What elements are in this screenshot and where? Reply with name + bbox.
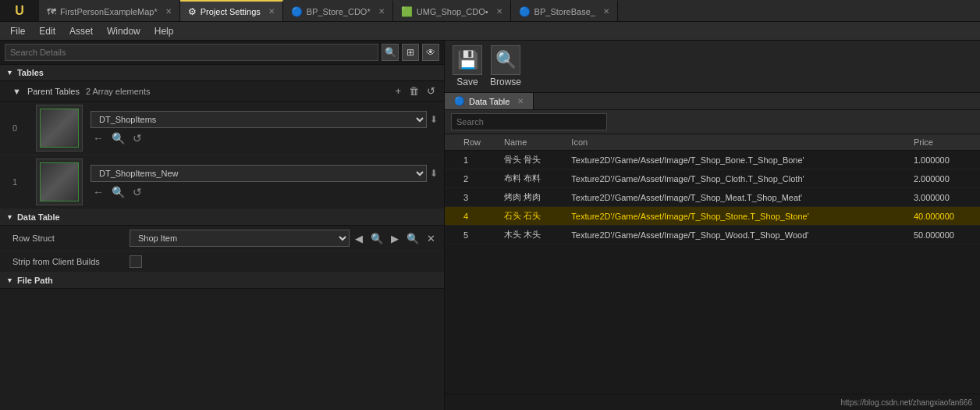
entry-1-index: 1 — [12, 177, 28, 187]
tab-settings-close[interactable]: ✕ — [268, 7, 275, 16]
row-marker — [445, 226, 457, 244]
table-row[interactable]: 1 骨头 骨头 Texture2D'/Game/Asset/Image/T_Sh… — [445, 151, 980, 169]
tab-bp-store2[interactable]: 🔵 BP_StoreBase_ ✕ — [511, 0, 618, 21]
entry-1-dropdown[interactable]: DT_ShopItems_New — [91, 165, 427, 182]
table-row[interactable]: 4 石头 石头 Texture2D'/Game/Asset/Image/T_Sh… — [445, 207, 980, 226]
bottom-link: https://blog.csdn.net/zhangxiaofan666 — [841, 398, 972, 407]
menu-edit[interactable]: Edit — [33, 24, 62, 38]
file-path-section-header[interactable]: ▼ File Path — [0, 273, 444, 289]
col-price[interactable]: Price — [907, 134, 980, 151]
tab-umg-shop[interactable]: 🟩 UMG_Shop_CDO• ✕ — [393, 0, 511, 21]
row-row-name: 布料 布料 — [498, 169, 565, 188]
browse-toolbar-button[interactable]: 🔍 Browse — [490, 45, 521, 87]
strip-label: Strip from Client Builds — [12, 257, 122, 266]
dt-tab-main[interactable]: 🔵 Data Table ✕ — [445, 93, 534, 109]
dt-search-input[interactable] — [451, 113, 607, 130]
entry-1-dropdown-icon: ⬇ — [430, 168, 438, 179]
tab-umg-shop-label: UMG_Shop_CDO• — [417, 7, 488, 16]
entry-0-index: 0 — [12, 123, 28, 133]
row-struct-clear[interactable]: ✕ — [424, 232, 438, 245]
menu-window[interactable]: Window — [101, 24, 147, 38]
tab-umg-shop-close[interactable]: ✕ — [496, 7, 502, 16]
entry-0-select-row: DT_ShopItems ⬇ — [91, 111, 438, 128]
col-icon[interactable]: Icon — [565, 134, 907, 151]
entry-0-thumbnail — [36, 105, 83, 152]
bottom-bar: https://blog.csdn.net/zhangxiaofan666 — [445, 394, 980, 410]
bp-store2-icon: 🔵 — [519, 6, 531, 17]
tables-section-header[interactable]: ▼ Tables — [0, 65, 444, 81]
reset-entry-button[interactable]: ↺ — [424, 84, 438, 98]
tab-bp-store[interactable]: 🔵 BP_Store_CDO* ✕ — [283, 0, 393, 21]
view-settings-button[interactable]: 👁 — [422, 44, 439, 61]
file-path-collapse-arrow: ▼ — [6, 276, 13, 284]
tables-section-label: Tables — [17, 68, 44, 77]
tab-bp-store2-close[interactable]: ✕ — [603, 7, 609, 16]
dt-search-bar — [445, 110, 980, 134]
col-row[interactable]: Row — [457, 134, 498, 151]
row-row-name: 石头 石头 — [498, 207, 565, 226]
tables-section: ▼ Tables ▼ Parent Tables 2 Array element… — [0, 65, 444, 209]
browse-icon: 🔍 — [491, 45, 520, 75]
parent-tables-label: Parent Tables — [27, 87, 80, 96]
delete-entry-button[interactable]: 🗑 — [407, 84, 421, 98]
save-label: Save — [456, 77, 478, 87]
dt-tab-close[interactable]: ✕ — [517, 97, 524, 105]
entry-0-back-button[interactable]: ← — [91, 131, 106, 145]
ue-logo: U — [0, 0, 39, 21]
bp-store-icon: 🔵 — [291, 6, 303, 17]
map-icon: 🗺 — [47, 6, 56, 17]
row-icon: Texture2D'/Game/Asset/Image/T_Shop_Meat.… — [565, 188, 907, 207]
tab-bp-store2-label: BP_StoreBase_ — [534, 7, 595, 16]
entry-1-reset-button[interactable]: ↺ — [130, 185, 144, 199]
row-struct-nav-back[interactable]: ◀ — [353, 232, 365, 245]
row-struct-dropdown[interactable]: Shop Item — [130, 230, 350, 247]
search-button[interactable]: 🔍 — [382, 44, 399, 61]
row-price: 40.000000 — [907, 207, 980, 226]
strip-property: Strip from Client Builds — [0, 251, 444, 273]
data-table-section-header[interactable]: ▼ Data Table — [0, 209, 444, 226]
file-path-section-label: File Path — [17, 276, 53, 285]
entry-1-thumb-inner — [40, 162, 79, 201]
row-struct-search[interactable]: 🔍 — [368, 232, 385, 245]
tab-map[interactable]: 🗺 FirstPersonExampleMap* ✕ — [39, 0, 180, 21]
right-toolbar: 💾 Save 🔍 Browse — [445, 41, 980, 93]
entry-1-search-button[interactable]: 🔍 — [109, 185, 127, 199]
row-price: 3.000000 — [907, 188, 980, 207]
search-input[interactable] — [5, 44, 378, 61]
entry-0-dropdown-icon: ⬇ — [430, 114, 438, 125]
entry-0-search-button[interactable]: 🔍 — [109, 131, 127, 145]
menu-help[interactable]: Help — [148, 24, 180, 38]
search-bar: 🔍 ⊞ 👁 — [0, 41, 444, 65]
row-struct-nav-fwd[interactable]: ▶ — [389, 232, 401, 245]
tab-settings[interactable]: ⚙ Project Settings ✕ — [180, 0, 283, 21]
table-row[interactable]: 3 烤肉 烤肉 Texture2D'/Game/Asset/Image/T_Sh… — [445, 188, 980, 207]
entry-1-back-button[interactable]: ← — [91, 185, 106, 199]
tab-map-close[interactable]: ✕ — [165, 7, 172, 16]
row-struct-search2[interactable]: 🔍 — [404, 232, 421, 245]
table-row[interactable]: 2 布料 布料 Texture2D'/Game/Asset/Image/T_Sh… — [445, 169, 980, 188]
strip-checkbox[interactable] — [130, 255, 142, 268]
row-icon: Texture2D'/Game/Asset/Image/T_Shop_Bone.… — [565, 151, 907, 169]
entry-0-reset-button[interactable]: ↺ — [130, 131, 144, 145]
row-marker — [445, 151, 457, 169]
view-options-button[interactable]: ⊞ — [402, 44, 419, 61]
dt-table-container: Row Name Icon Price 1 骨头 骨头 Texture2D'/G… — [445, 134, 980, 394]
save-icon: 💾 — [453, 45, 482, 75]
col-name[interactable]: Name — [498, 134, 565, 151]
row-icon: Texture2D'/Game/Asset/Image/T_Shop_Cloth… — [565, 169, 907, 188]
menu-file[interactable]: File — [4, 24, 31, 38]
row-price: 50.000000 — [907, 226, 980, 244]
menu-asset[interactable]: Asset — [63, 24, 99, 38]
table-row[interactable]: 5 木头 木头 Texture2D'/Game/Asset/Image/T_Sh… — [445, 226, 980, 244]
row-marker — [445, 169, 457, 188]
data-table-section-label: Data Table — [17, 212, 60, 222]
tab-bp-store-close[interactable]: ✕ — [378, 7, 385, 16]
array-count: 2 Array elements — [86, 87, 151, 96]
parent-tables-header: ▼ Parent Tables 2 Array elements + 🗑 ↺ — [0, 81, 444, 102]
dt-table: Row Name Icon Price 1 骨头 骨头 Texture2D'/G… — [445, 134, 980, 244]
dt-tab-icon: 🔵 — [454, 96, 465, 106]
save-toolbar-button[interactable]: 💾 Save — [453, 45, 482, 87]
row-price: 2.000000 — [907, 169, 980, 188]
add-entry-button[interactable]: + — [392, 84, 403, 98]
entry-0-dropdown[interactable]: DT_ShopItems — [91, 111, 427, 128]
